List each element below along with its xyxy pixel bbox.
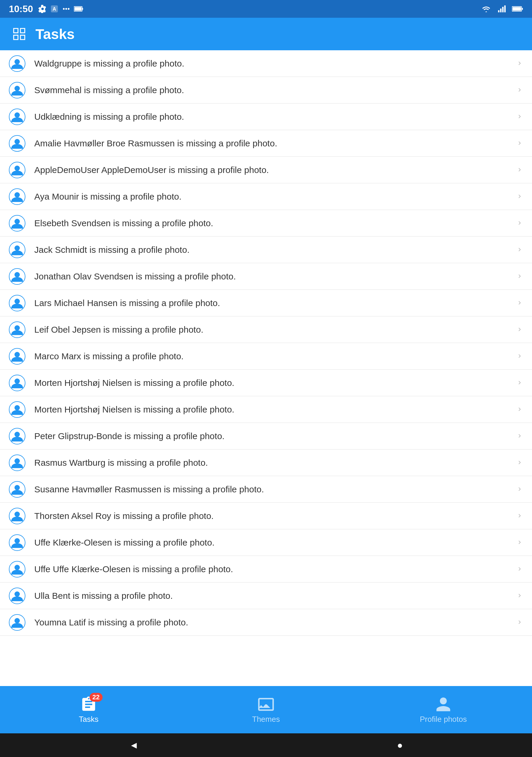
list-item[interactable]: Uffe Uffe Klærke-Olesen is missing a pro… — [0, 556, 532, 583]
avatar — [9, 295, 25, 311]
avatar — [9, 135, 25, 152]
chevron-right-icon — [516, 111, 523, 122]
nav-icon-wrap-themes — [257, 696, 275, 713]
svg-point-26 — [15, 192, 20, 197]
status-battery-icon — [74, 6, 83, 12]
list-item-text: Youmna Latif is missing a profile photo. — [34, 618, 516, 627]
list-item-text: Elsebeth Svendsen is missing a profile p… — [34, 218, 516, 228]
svg-point-48 — [15, 485, 20, 490]
list-item[interactable]: Elsebeth Svendsen is missing a profile p… — [0, 210, 532, 237]
list-item-text: Leif Obel Jepsen is missing a profile ph… — [34, 325, 516, 335]
svg-rect-11 — [504, 5, 506, 12]
list-item-text: Lars Michael Hansen is missing a profile… — [34, 298, 516, 308]
avatar — [9, 188, 25, 205]
list-item[interactable]: Uffe Klærke-Olesen is missing a profile … — [0, 529, 532, 556]
avatar — [9, 454, 25, 471]
list-item[interactable]: Thorsten Aksel Roy is missing a profile … — [0, 503, 532, 529]
list-item[interactable]: Rasmus Wartburg is missing a profile pho… — [0, 449, 532, 476]
list-item[interactable]: Amalie Havmøller Broe Rasmussen is missi… — [0, 130, 532, 157]
back-button[interactable]: ◄ — [129, 740, 139, 751]
bottom-nav: 22 Tasks Themes Profile photos — [0, 686, 532, 733]
chevron-right-icon — [516, 297, 523, 309]
nav-item-themes[interactable]: Themes — [177, 686, 355, 733]
themes-icon — [257, 696, 275, 713]
svg-rect-7 — [74, 7, 81, 11]
avatar — [9, 614, 25, 631]
svg-point-18 — [15, 86, 20, 91]
wifi-icon — [481, 5, 492, 13]
list-item-text: Uffe Klærke-Olesen is missing a profile … — [34, 538, 516, 548]
list-item[interactable]: Aya Mounir is missing a profile photo. — [0, 183, 532, 210]
avatar — [9, 534, 25, 551]
chevron-right-icon — [516, 617, 523, 628]
avatar — [9, 82, 25, 99]
list-item-text: Thorsten Aksel Roy is missing a profile … — [34, 511, 516, 521]
svg-point-38 — [15, 352, 20, 357]
list-item-text: Susanne Havmøller Rasmussen is missing a… — [34, 484, 516, 495]
svg-rect-14 — [513, 7, 521, 11]
list-item-text: Peter Glipstrup-Bonde is missing a profi… — [34, 431, 516, 441]
list-item[interactable]: Lars Michael Hansen is missing a profile… — [0, 290, 532, 317]
svg-point-56 — [15, 591, 20, 597]
chevron-right-icon — [516, 563, 523, 575]
nav-item-tasks[interactable]: 22 Tasks — [0, 686, 177, 733]
tasks-badge: 22 — [90, 693, 103, 702]
chevron-right-icon — [516, 84, 523, 96]
avatar — [9, 55, 25, 72]
nav-icon-wrap-profile-photos — [435, 696, 452, 713]
chevron-right-icon — [516, 164, 523, 176]
list-item[interactable]: AppleDemoUser AppleDemoUser is missing a… — [0, 157, 532, 183]
svg-point-3 — [65, 8, 67, 10]
list-item[interactable]: Jonathan Olav Svendsen is missing a prof… — [0, 263, 532, 290]
list-item-text: Aya Mounir is missing a profile photo. — [34, 192, 516, 202]
list-item[interactable]: Svømmehal is missing a profile photo. — [0, 77, 532, 104]
list-item-text: Morten Hjortshøj Nielsen is missing a pr… — [34, 378, 516, 388]
svg-point-42 — [15, 405, 20, 410]
nav-label-profile-photos: Profile photos — [420, 715, 467, 724]
list-item[interactable]: Ulla Bent is missing a profile photo. — [0, 583, 532, 609]
chevron-right-icon — [516, 430, 523, 442]
svg-point-54 — [15, 565, 20, 570]
list-item[interactable]: Susanne Havmøller Rasmussen is missing a… — [0, 476, 532, 503]
list-item[interactable]: Youmna Latif is missing a profile photo. — [0, 609, 532, 636]
list-item[interactable]: Udklædning is missing a profile photo. — [0, 104, 532, 130]
status-bar: 10:50 A — [0, 0, 532, 18]
nav-icon-wrap-tasks: 22 — [80, 696, 97, 713]
list-item[interactable]: Leif Obel Jepsen is missing a profile ph… — [0, 317, 532, 343]
chevron-right-icon — [516, 483, 523, 495]
list-item[interactable]: Jack Schmidt is missing a profile photo. — [0, 237, 532, 263]
svg-point-40 — [15, 378, 20, 384]
avatar — [9, 588, 25, 604]
list-item[interactable]: Morten Hjortshøj Nielsen is missing a pr… — [0, 370, 532, 396]
status-icons: A — [39, 5, 83, 13]
dots-icon — [62, 5, 70, 13]
avatar — [9, 268, 25, 285]
svg-point-22 — [15, 139, 20, 144]
list-item[interactable]: Waldgruppe is missing a profile photo. — [0, 50, 532, 77]
list-item-text: Rasmus Wartburg is missing a profile pho… — [34, 458, 516, 468]
list-item-text: Jack Schmidt is missing a profile photo. — [34, 245, 516, 255]
svg-point-32 — [15, 272, 20, 277]
chevron-right-icon — [516, 350, 523, 362]
list-item[interactable]: Peter Glipstrup-Bonde is missing a profi… — [0, 423, 532, 449]
app-bar-title: Tasks — [36, 26, 75, 42]
nav-item-profile-photos[interactable]: Profile photos — [355, 686, 532, 733]
avatar — [9, 428, 25, 444]
avatar — [9, 348, 25, 365]
avatar — [9, 481, 25, 498]
avatar — [9, 561, 25, 578]
list-item[interactable]: Morten Hjortshøj Nielsen is missing a pr… — [0, 396, 532, 423]
list-item-text: Jonathan Olav Svendsen is missing a prof… — [34, 271, 516, 282]
svg-point-36 — [15, 325, 20, 331]
chevron-right-icon — [516, 510, 523, 522]
content-list: Waldgruppe is missing a profile photo. S… — [0, 50, 532, 686]
list-item[interactable]: Marco Marx is missing a profile photo. — [0, 343, 532, 370]
svg-point-52 — [15, 538, 20, 543]
chevron-right-icon — [516, 457, 523, 469]
chevron-right-icon — [516, 244, 523, 256]
svg-point-58 — [15, 618, 20, 623]
list-item-text: Marco Marx is missing a profile photo. — [34, 351, 516, 361]
avatar — [9, 321, 25, 338]
chevron-right-icon — [516, 191, 523, 202]
home-button[interactable]: ● — [397, 740, 402, 751]
